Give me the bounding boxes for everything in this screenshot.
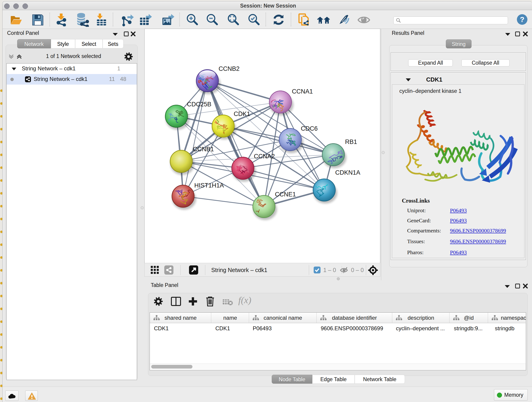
svg-text:CCNA2: CCNA2 — [254, 153, 275, 160]
svg-text:CCNB2: CCNB2 — [219, 65, 240, 72]
svg-text:RB1: RB1 — [345, 138, 357, 145]
svg-text:HIST1H1A: HIST1H1A — [194, 182, 224, 189]
svg-text:CDK1: CDK1 — [234, 110, 250, 117]
svg-text:CCNE1: CCNE1 — [275, 191, 296, 198]
svg-text:?: ? — [520, 15, 525, 24]
svg-text:CDC6: CDC6 — [301, 125, 318, 132]
svg-text:CDKN1A: CDKN1A — [335, 169, 360, 176]
svg-text:CCNB1: CCNB1 — [193, 146, 214, 153]
svg-text:CDC25B: CDC25B — [187, 101, 211, 108]
svg-text:CCNA1: CCNA1 — [292, 88, 313, 95]
